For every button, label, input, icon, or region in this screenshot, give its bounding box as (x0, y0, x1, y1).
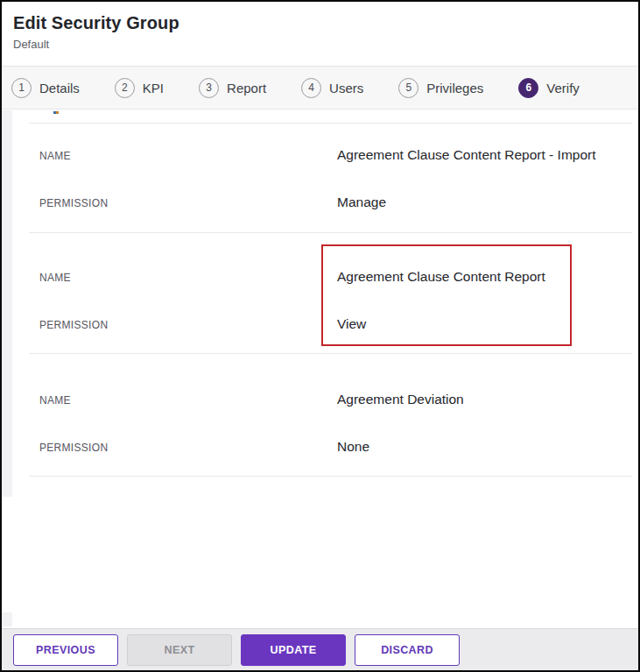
name-value: Agreement Clause Content Report - Import (337, 147, 596, 163)
step-label: KPI (143, 81, 164, 95)
dialog-header: Edit Security Group Default (2, 2, 638, 67)
step-label: Users (329, 81, 363, 95)
background-gutter (2, 110, 12, 497)
permission-value: None (337, 439, 369, 455)
name-value: Agreement Deviation (337, 392, 464, 407)
stepper-step-kpi[interactable]: 2 KPI (115, 78, 164, 98)
name-label: NAME (29, 147, 337, 162)
name-label: NAME (29, 392, 337, 407)
permission-label: PERMISSION (29, 195, 337, 209)
step-number-badge: 6 (518, 78, 538, 98)
step-number-badge: 5 (398, 78, 418, 98)
stepper-step-users[interactable]: 4 Users (301, 78, 363, 98)
update-button[interactable]: UPDATE (241, 634, 346, 666)
privilege-row: NAME Agreement Clause Content Report - I… (29, 124, 632, 233)
discard-button[interactable]: DISCARD (355, 634, 460, 666)
stepper-step-report[interactable]: 3 Report (199, 78, 266, 98)
footer-action-bar: PREVIOUSNEXTUPDATEDISCARD (2, 628, 638, 670)
page-title: Edit Security Group (13, 13, 626, 33)
stepper-step-details[interactable]: 1 Details (11, 78, 80, 98)
clipped-content-sliver (53, 111, 59, 114)
permission-label: PERMISSION (29, 316, 337, 331)
permission-label: PERMISSION (29, 439, 337, 454)
verify-content: NAME Agreement Clause Content Report - I… (2, 110, 638, 628)
permission-value: View (337, 316, 366, 332)
step-label: Report (227, 81, 266, 95)
step-number-badge: 4 (301, 78, 321, 98)
name-value: Agreement Clause Content Report (337, 269, 545, 285)
stepper-step-privileges[interactable]: 5 Privileges (398, 78, 483, 98)
step-number-badge: 1 (11, 78, 32, 98)
step-label: Privileges (426, 81, 483, 95)
name-label: NAME (29, 269, 337, 284)
previous-button[interactable]: PREVIOUS (13, 634, 118, 666)
wizard-stepper: 1 Details 2 KPI 3 Report 4 Users 5 Privi… (2, 67, 638, 110)
privilege-list: NAME Agreement Clause Content Report - I… (29, 123, 632, 477)
page-subtitle: Default (13, 38, 626, 51)
edit-security-group-dialog: Edit Security Group Default 1 Details 2 … (0, 0, 640, 672)
step-label: Details (39, 81, 80, 95)
privilege-row: NAME Agreement Clause Content Report PER… (29, 233, 632, 354)
stepper-step-verify[interactable]: 6 Verify (518, 78, 580, 98)
step-label: Verify (546, 81, 580, 95)
step-number-badge: 3 (199, 78, 219, 98)
step-number-badge: 2 (115, 78, 135, 98)
privilege-row: NAME Agreement Deviation PERMISSION None (29, 354, 632, 477)
background-gutter-bottom (2, 612, 12, 626)
permission-value: Manage (337, 195, 386, 210)
next-button: NEXT (127, 634, 232, 666)
